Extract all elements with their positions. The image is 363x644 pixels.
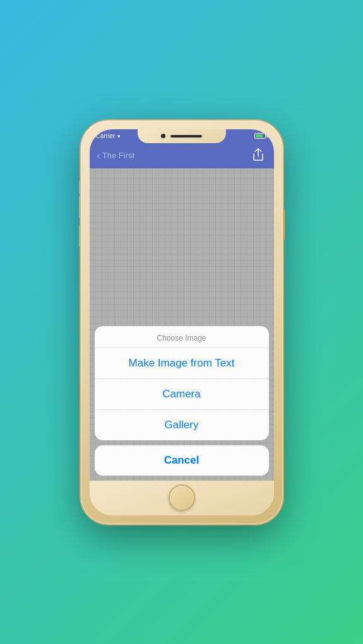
front-camera (161, 134, 165, 138)
action-sheet-cancel: Cancel (95, 445, 269, 476)
back-button[interactable]: ‹ The First (97, 150, 135, 161)
chevron-left-icon: ‹ (97, 150, 100, 161)
phone-frame: Carrier ▾ 4:37 PM ‹ The First (81, 120, 283, 524)
battery-fill (256, 134, 263, 138)
wifi-icon: ▾ (117, 133, 121, 139)
back-label: The First (102, 151, 134, 160)
phone-screen: Carrier ▾ 4:37 PM ‹ The First (90, 129, 274, 515)
carrier-label: Carrier (96, 132, 116, 139)
home-button-area (90, 481, 274, 515)
speaker (170, 135, 202, 138)
volume-up-button[interactable] (79, 196, 81, 218)
action-sheet-container: Choose Image Make Image from Text Camera… (90, 321, 274, 481)
battery-tip (266, 134, 268, 138)
navigation-bar: ‹ The First (90, 143, 274, 168)
status-left: Carrier ▾ (96, 132, 121, 139)
gallery-button[interactable]: Gallery (95, 410, 269, 440)
status-right (254, 133, 268, 139)
phone-notch (138, 129, 226, 143)
content-area: Choose Image Make Image from Text Camera… (90, 168, 274, 481)
volume-down-button[interactable] (79, 225, 81, 247)
home-button[interactable] (169, 484, 195, 511)
cancel-button[interactable]: Cancel (95, 445, 269, 476)
action-sheet-title: Choose Image (95, 326, 269, 348)
camera-button[interactable]: Camera (95, 379, 269, 410)
battery-icon (254, 133, 268, 139)
action-sheet-main: Choose Image Make Image from Text Camera… (95, 326, 269, 440)
make-image-button[interactable]: Make Image from Text (95, 348, 269, 379)
mute-button[interactable] (79, 180, 81, 194)
share-button[interactable] (250, 146, 266, 166)
battery-body (254, 133, 266, 139)
power-button[interactable] (283, 209, 285, 240)
